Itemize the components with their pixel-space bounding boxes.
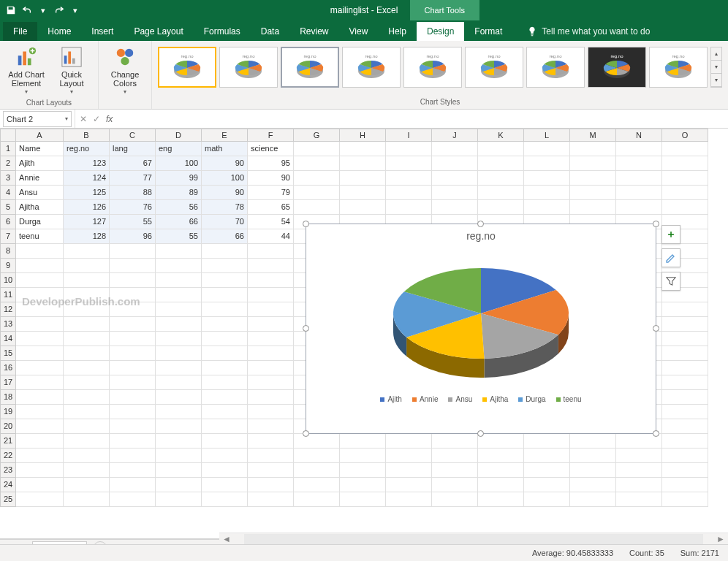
quick-layout-button[interactable]: Quick Layout ▾ xyxy=(51,44,92,97)
tab-view[interactable]: View xyxy=(339,22,379,41)
cell[interactable] xyxy=(248,259,294,273)
row-header[interactable]: 22 xyxy=(0,449,16,463)
column-header[interactable]: G xyxy=(294,129,340,142)
cell[interactable] xyxy=(294,142,340,156)
legend-item[interactable]: Annie xyxy=(412,395,439,403)
cell[interactable] xyxy=(110,390,156,405)
resize-handle[interactable] xyxy=(303,325,309,332)
cell[interactable] xyxy=(248,273,294,288)
cell[interactable] xyxy=(64,463,110,478)
cell[interactable] xyxy=(662,463,708,478)
tab-file[interactable]: File xyxy=(3,22,37,41)
row-header[interactable]: 10 xyxy=(0,273,16,288)
cell[interactable] xyxy=(110,361,156,375)
chart-styles-button[interactable] xyxy=(661,248,680,267)
cell[interactable] xyxy=(248,419,294,434)
cell[interactable] xyxy=(662,346,708,361)
cell[interactable]: 76 xyxy=(110,200,156,215)
cell[interactable] xyxy=(202,375,248,390)
cell[interactable]: reg.no xyxy=(64,142,110,156)
cell[interactable] xyxy=(110,332,156,346)
cell[interactable] xyxy=(386,142,432,156)
save-icon[interactable] xyxy=(4,4,18,17)
tab-page-layout[interactable]: Page Layout xyxy=(124,22,193,41)
cell[interactable] xyxy=(662,332,708,346)
formula-input[interactable] xyxy=(117,111,728,127)
customize-qat-icon[interactable]: ▾ xyxy=(69,4,82,17)
cell[interactable]: Ansu xyxy=(16,186,64,200)
cell[interactable] xyxy=(156,405,202,419)
cell[interactable] xyxy=(16,332,64,346)
cell[interactable] xyxy=(16,449,64,463)
spreadsheet-grid[interactable]: ABCDEFGHIJKLMNO 123456789101112131415161… xyxy=(0,129,728,539)
row-header[interactable]: 7 xyxy=(0,229,16,244)
cell[interactable] xyxy=(616,200,662,215)
cell[interactable]: 128 xyxy=(64,229,110,244)
cell[interactable] xyxy=(662,449,708,463)
row-header[interactable]: 24 xyxy=(0,478,16,492)
row-header[interactable]: 15 xyxy=(0,346,16,361)
cell[interactable] xyxy=(16,463,64,478)
cell[interactable] xyxy=(386,171,432,186)
cell[interactable] xyxy=(524,478,570,492)
cell[interactable] xyxy=(478,142,524,156)
cell[interactable] xyxy=(64,390,110,405)
cell[interactable] xyxy=(156,361,202,375)
column-header[interactable]: E xyxy=(202,129,248,142)
cell[interactable] xyxy=(616,186,662,200)
column-header[interactable]: M xyxy=(570,129,616,142)
cell[interactable] xyxy=(202,390,248,405)
tab-formulas[interactable]: Formulas xyxy=(194,22,251,41)
legend-item[interactable]: teenu xyxy=(556,395,582,403)
chart-style-thumb[interactable]: reg.no xyxy=(342,47,401,88)
cell[interactable] xyxy=(432,171,478,186)
cell[interactable] xyxy=(156,288,202,302)
resize-handle[interactable] xyxy=(303,221,309,227)
cell[interactable]: 89 xyxy=(156,186,202,200)
cell[interactable] xyxy=(478,171,524,186)
cell[interactable] xyxy=(616,478,662,492)
row-header[interactable]: 5 xyxy=(0,200,16,215)
cell[interactable] xyxy=(110,273,156,288)
cell[interactable]: teenu xyxy=(16,229,64,244)
cell[interactable] xyxy=(202,449,248,463)
cell[interactable] xyxy=(156,390,202,405)
cell[interactable] xyxy=(110,405,156,419)
cell[interactable] xyxy=(110,449,156,463)
cell[interactable] xyxy=(248,332,294,346)
cell[interactable] xyxy=(662,361,708,375)
row-header[interactable]: 21 xyxy=(0,434,16,449)
cell[interactable] xyxy=(340,492,386,507)
chart-style-thumb[interactable]: reg.no xyxy=(649,47,708,88)
cell[interactable] xyxy=(248,449,294,463)
cell[interactable] xyxy=(248,434,294,449)
cell[interactable] xyxy=(432,142,478,156)
cell[interactable] xyxy=(340,478,386,492)
cell[interactable]: 78 xyxy=(202,200,248,215)
cell[interactable] xyxy=(386,478,432,492)
row-header[interactable]: 19 xyxy=(0,405,16,419)
column-header[interactable]: I xyxy=(386,129,432,142)
cell[interactable] xyxy=(478,186,524,200)
cell[interactable] xyxy=(156,244,202,259)
row-header[interactable]: 14 xyxy=(0,332,16,346)
cell[interactable] xyxy=(16,434,64,449)
cell[interactable] xyxy=(616,449,662,463)
row-header[interactable]: 20 xyxy=(0,419,16,434)
cell[interactable] xyxy=(340,142,386,156)
legend-item[interactable]: Ajith xyxy=(380,395,401,403)
cell[interactable] xyxy=(340,156,386,171)
cell[interactable] xyxy=(202,405,248,419)
cell[interactable]: science xyxy=(248,142,294,156)
cell[interactable] xyxy=(156,317,202,332)
column-header[interactable]: J xyxy=(432,129,478,142)
column-header[interactable]: A xyxy=(16,129,64,142)
tab-format[interactable]: Format xyxy=(464,22,512,41)
cell[interactable] xyxy=(110,288,156,302)
cell[interactable] xyxy=(294,434,340,449)
cell[interactable]: 90 xyxy=(202,186,248,200)
cell[interactable] xyxy=(248,244,294,259)
cell[interactable] xyxy=(110,419,156,434)
chart-elements-button[interactable]: ＋ xyxy=(661,225,680,244)
name-box[interactable]: Chart 2 ▾ xyxy=(3,111,72,127)
